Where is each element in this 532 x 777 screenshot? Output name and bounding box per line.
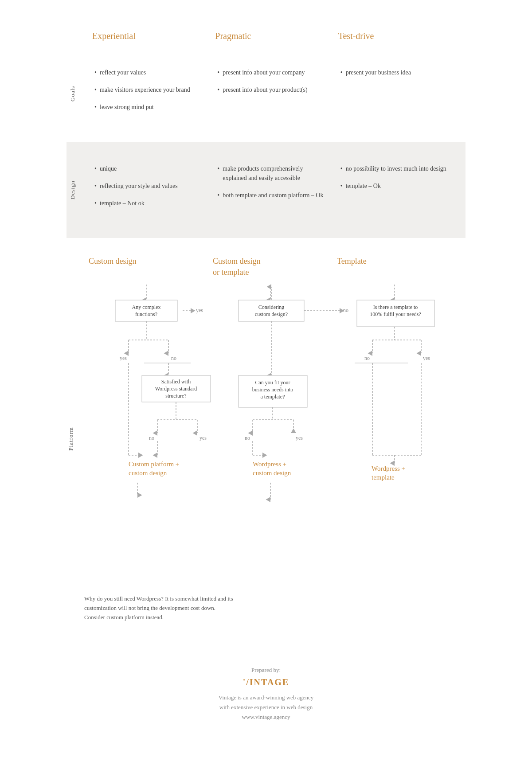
goals-col-2: present info about your company present … <box>211 63 333 124</box>
footer-prepared-label: Prepared by: <box>66 667 466 674</box>
goals-col-1: reflect your values make visitors experi… <box>88 63 211 124</box>
design-col-1: unique reflecting your style and values … <box>88 160 211 220</box>
footer-desc-3: www.vintage.agency <box>66 712 466 722</box>
svg-text:structure?: structure? <box>165 393 186 399</box>
svg-text:yes: yes <box>296 435 303 441</box>
design-item-1-3: template – Not ok <box>94 199 204 208</box>
platform-content: Custom design Custom design or template … <box>75 238 466 640</box>
svg-text:Custom platform +: Custom platform + <box>129 461 179 468</box>
svg-text:Considering: Considering <box>258 304 285 310</box>
svg-text:Is there a template to: Is there a template to <box>373 304 418 310</box>
footer-brand-name: /INTAGE <box>246 677 289 687</box>
goals-list-2: present info about your company present … <box>217 68 327 94</box>
platform-header-1: Custom design <box>89 256 204 267</box>
svg-text:a template?: a template? <box>261 394 285 400</box>
platform-section: Platform Custom design Custom design or … <box>66 238 466 640</box>
design-label: Design <box>66 142 79 238</box>
svg-text:Wordpress +: Wordpress + <box>372 465 405 472</box>
goals-item-3-1: present your business idea <box>340 68 450 77</box>
design-item-1-1: unique <box>94 164 204 173</box>
svg-text:yes: yes <box>120 355 127 361</box>
col-header-3: Test-drive <box>334 31 457 41</box>
goals-content: reflect your values make visitors experi… <box>79 46 466 142</box>
platform-header-col-1: Custom design <box>84 256 208 278</box>
svg-text:no: no <box>171 355 176 361</box>
goals-label: Goals <box>66 46 79 142</box>
platform-header-col-2: Custom design or template <box>208 256 332 278</box>
flowchart: Any complex functions? yes yes no <box>84 282 457 586</box>
svg-text:no: no <box>149 435 154 441</box>
svg-text:functions?: functions? <box>135 311 157 317</box>
svg-text:business needs into: business needs into <box>252 387 293 393</box>
design-col-3: no possibility to invest much into desig… <box>334 160 457 220</box>
svg-text:yes: yes <box>196 307 203 313</box>
goals-grid: reflect your values make visitors experi… <box>88 63 457 124</box>
column-headers: Experiential Pragmatic Test-drive <box>79 18 466 46</box>
goals-list-3: present your business idea <box>340 68 450 77</box>
goals-item-2-1: present info about your company <box>217 68 327 77</box>
design-section: Design unique reflecting your style and … <box>66 142 466 238</box>
platform-label: Platform <box>66 238 75 640</box>
svg-text:100% fulfil your needs?: 100% fulfil your needs? <box>370 311 421 317</box>
svg-text:yes: yes <box>200 435 207 441</box>
goals-list-1: reflect your values make visitors experi… <box>94 68 204 112</box>
svg-text:Wordpress standard: Wordpress standard <box>155 386 197 392</box>
svg-text:yes: yes <box>423 355 430 361</box>
design-item-3-1: no possibility to invest much into desig… <box>340 164 450 173</box>
goals-col-3: present your business idea <box>334 63 457 124</box>
svg-text:Any complex: Any complex <box>132 304 161 310</box>
design-grid: unique reflecting your style and values … <box>88 160 457 220</box>
goals-item-1-1: reflect your values <box>94 68 204 77</box>
svg-text:no: no <box>245 435 250 441</box>
footer: Prepared by: '/INTAGE Vintage is an awar… <box>66 640 466 735</box>
platform-header-col-3: Template <box>332 256 457 278</box>
design-item-1-2: reflecting your style and values <box>94 181 204 191</box>
design-item-2-2: both template and custom platform – Ok <box>217 191 327 200</box>
col-header-1: Experiential <box>88 31 211 41</box>
svg-text:custom design: custom design <box>253 469 291 476</box>
design-col-2: make products comprehensively explained … <box>211 160 333 220</box>
col-header-2: Pragmatic <box>211 31 333 41</box>
platform-headers: Custom design Custom design or template … <box>84 256 457 278</box>
svg-rect-35 <box>239 300 304 321</box>
design-list-1: unique reflecting your style and values … <box>94 164 204 208</box>
goals-item-1-2: make visitors experience your brand <box>94 85 204 94</box>
goals-item-1-3: leave strong mind put <box>94 102 204 112</box>
platform-header-2: Custom design or template <box>213 256 328 278</box>
design-content: unique reflecting your style and values … <box>79 142 466 238</box>
design-item-3-2: template – Ok <box>340 181 450 191</box>
goals-item-2-2: present info about your product(s) <box>217 85 327 94</box>
footer-desc-1: Vintage is an award-winning web agency <box>66 693 466 703</box>
design-list-3: no possibility to invest much into desig… <box>340 164 450 191</box>
goals-section: Goals reflect your values make visitors … <box>66 46 466 142</box>
platform-header-3: Template <box>337 256 452 267</box>
design-list-2: make products comprehensively explained … <box>217 164 327 200</box>
footer-brand: '/INTAGE <box>66 677 466 687</box>
svg-rect-5 <box>115 300 177 321</box>
svg-text:template: template <box>372 474 395 481</box>
design-item-2-1: make products comprehensively explained … <box>217 164 327 183</box>
svg-text:Wordpress +: Wordpress + <box>253 461 286 468</box>
svg-text:custom design?: custom design? <box>255 311 288 317</box>
svg-text:Can you fit your: Can you fit your <box>255 379 290 386</box>
footer-desc-2: with extensive experience in web design <box>66 703 466 712</box>
footer-desc: Vintage is an award-winning web agency w… <box>66 693 466 722</box>
flowchart-svg: Any complex functions? yes yes no <box>84 282 457 584</box>
svg-text:no: no <box>343 307 348 313</box>
svg-text:custom design: custom design <box>129 469 167 476</box>
platform-note: Why do you still need Wordpress? It is s… <box>84 594 235 622</box>
svg-text:Satisfied with: Satisfied with <box>161 379 191 385</box>
svg-text:no: no <box>364 355 370 361</box>
